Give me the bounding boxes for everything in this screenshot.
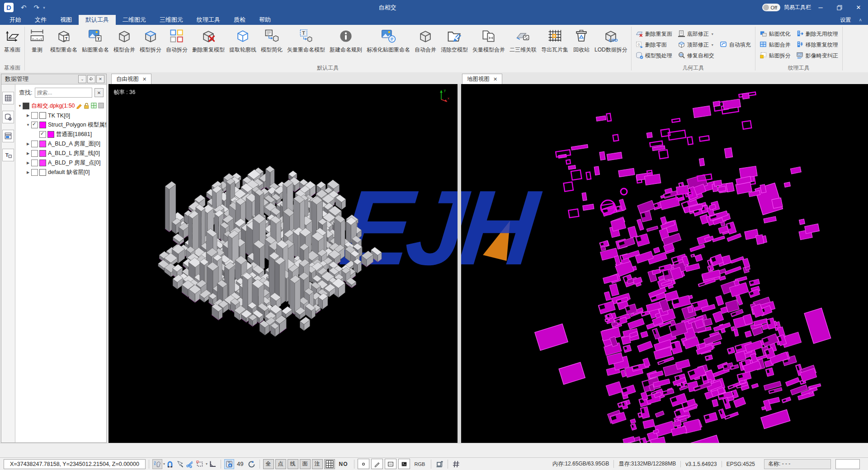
expand-arrow-icon[interactable]: ▶	[25, 113, 31, 118]
ribbon-button[interactable]: T矢量重命名模型	[285, 26, 327, 64]
clear-search-icon[interactable]: ✕	[94, 88, 104, 97]
tree-row[interactable]: ▶default 缺省层[0]	[15, 168, 106, 177]
ribbon-button[interactable]: 模型拆分	[137, 26, 164, 64]
autosave-icon[interactable]	[224, 459, 234, 469]
dropdown-caret-icon[interactable]: ▾	[712, 43, 713, 47]
layer-color-swatch[interactable]	[39, 160, 46, 166]
expand-arrow-icon[interactable]: ▶	[25, 142, 31, 146]
layer-color-swatch[interactable]	[47, 131, 54, 138]
text-annotation-icon[interactable]: T	[2, 149, 14, 161]
ribbon-button[interactable]: 标准化贴图重命名	[364, 26, 412, 64]
menu-tab-3[interactable]: 视图	[53, 15, 79, 25]
ribbon-button[interactable]: 回收站	[571, 26, 592, 64]
ribbon-small-button[interactable]: 自动填充	[720, 41, 751, 50]
coordinate-readout[interactable]: X=37438247.78158, Y=2345012.21504, Z=0.0…	[4, 459, 146, 469]
layer-color-swatch[interactable]	[23, 103, 29, 109]
ribbon-button[interactable]: 模型合并	[111, 26, 137, 64]
layer-color-swatch[interactable]	[39, 169, 46, 176]
tree-row[interactable]: 普通面[18681]	[15, 130, 106, 139]
database-settings-icon[interactable]	[2, 111, 14, 123]
snap-magnet-icon[interactable]	[165, 459, 175, 469]
snap-toggle-点[interactable]: 点	[275, 459, 286, 469]
ribbon-small-button[interactable]: 贴图合并	[760, 41, 791, 50]
map-footprints-canvas[interactable]	[461, 84, 868, 443]
minimize-button[interactable]: ─	[811, 0, 830, 15]
ribbon-button[interactable]: 清除空模型	[439, 26, 470, 64]
menu-tab-4[interactable]: 默认工具	[79, 15, 116, 25]
ribbon-button[interactable]: LODLOD数据拆分	[592, 26, 630, 64]
snap-toggle-线[interactable]: 线	[288, 459, 298, 469]
panel-dropdown-icon[interactable]: ⌄	[78, 75, 86, 83]
ribbon-button[interactable]: 删除重复模型	[190, 26, 227, 64]
expand-arrow-icon[interactable]: ▼	[25, 123, 31, 127]
app-logo-icon[interactable]: D	[4, 3, 14, 12]
menu-tab-9[interactable]: 帮助	[252, 15, 278, 25]
menu-tab-7[interactable]: 纹理工具	[190, 15, 227, 25]
layer-color-swatch[interactable]	[39, 150, 46, 157]
layer-checkbox[interactable]	[31, 141, 38, 147]
texture-display-button[interactable]	[398, 459, 410, 469]
quick-access-caret-icon[interactable]: ▾	[43, 5, 45, 10]
ribbon-small-button[interactable]: 模型预处理	[636, 52, 672, 61]
ribbon-button[interactable]: 基准面	[1, 26, 23, 64]
grid-hash-icon[interactable]	[451, 459, 461, 469]
ribbon-small-button[interactable]: 贴图拆分	[760, 52, 791, 61]
menu-tab-1[interactable]: 开始	[3, 15, 28, 25]
tab-close-icon[interactable]: ✕	[493, 76, 497, 82]
table-view-icon[interactable]	[2, 92, 14, 104]
layer-checkbox[interactable]	[31, 150, 38, 157]
redo-icon[interactable]: ↷	[34, 4, 40, 12]
simple-toolbar-toggle[interactable]: Off	[762, 4, 780, 11]
search-input[interactable]	[35, 88, 92, 98]
ribbon-small-button[interactable]: 修复自相交	[678, 52, 714, 61]
cut-scissors-icon[interactable]	[185, 459, 195, 469]
ribbon-button[interactable]: 模型简化	[259, 26, 285, 64]
snap-toggle-全[interactable]: 全	[263, 459, 274, 469]
tab-map-view[interactable]: 地图视图 ✕	[462, 74, 502, 84]
ribbon-button[interactable]: 导出瓦片集	[539, 26, 571, 64]
menu-tab-8[interactable]: 质检	[227, 15, 252, 25]
panel-close-icon[interactable]: ✕	[96, 75, 104, 83]
layer-checkbox[interactable]	[31, 160, 38, 166]
pick-arrow-icon[interactable]	[175, 459, 185, 469]
menu-tab-6[interactable]: 三维图元	[153, 15, 190, 25]
ribbon-small-button[interactable]: 移除重复纹理	[796, 41, 838, 50]
ribbon-small-button[interactable]: 删除无用纹理	[796, 30, 838, 39]
3d-city-canvas[interactable]	[108, 84, 458, 443]
snap-toggle-注[interactable]: 注	[312, 459, 323, 469]
snap-toggle-面[interactable]: 面	[300, 459, 311, 469]
layer-checkbox[interactable]	[31, 169, 38, 176]
layer-color-swatch[interactable]	[39, 112, 46, 119]
tree-row[interactable]: ▶A_BLD_L 房屋_线[0]	[15, 149, 106, 158]
layer-window-icon[interactable]	[2, 130, 14, 142]
ribbon-button[interactable]: T贴图重命名	[80, 26, 111, 64]
ribbon-small-button[interactable]: 顶部修正▾	[678, 41, 714, 50]
ribbon-button[interactable]: T模型重命名	[48, 26, 80, 64]
ribbon-small-button[interactable]: 影像畸变纠正	[796, 52, 838, 61]
layer-color-swatch[interactable]	[39, 122, 46, 128]
grid-green-icon[interactable]	[90, 102, 97, 110]
value-field[interactable]	[835, 459, 860, 469]
vertex-display-button[interactable]	[358, 459, 369, 469]
menu-tab-2[interactable]: 文件	[28, 15, 53, 25]
ribbon-small-button[interactable]: 贴图优化	[760, 30, 791, 39]
menu-tab-5[interactable]: 二维图元	[116, 15, 153, 25]
ribbon-button[interactable]: 量测	[26, 26, 48, 64]
selection-box-icon[interactable]	[195, 459, 205, 469]
move-handle-icon[interactable]	[434, 459, 444, 469]
restore-button[interactable]	[830, 0, 849, 15]
tree-row[interactable]: ▼Struct_Polygon 模型属性_	[15, 120, 106, 130]
ribbon-button[interactable]: 矢量模型合并	[470, 26, 507, 64]
tree-row[interactable]: ▶A_BLD_A 房屋_面[0]	[15, 139, 106, 149]
layer-color-swatch[interactable]	[39, 141, 46, 147]
expand-arrow-icon[interactable]: ▼	[17, 104, 23, 108]
wireframe-display-button[interactable]	[385, 459, 396, 469]
ribbon-button[interactable]: 自动合并	[412, 26, 439, 64]
ribbon-button[interactable]: 提取轮廓线	[227, 26, 259, 64]
edge-display-button[interactable]	[371, 459, 383, 469]
tree-row[interactable]: ▶A_BLD_P 房屋_点[0]	[15, 158, 106, 168]
spray-select-icon[interactable]	[152, 459, 162, 469]
tree-row[interactable]: ▼自相交.dpkg(1:50	[15, 101, 106, 111]
expand-arrow-icon[interactable]: ▶	[25, 170, 31, 174]
gray-swatch-icon[interactable]	[98, 102, 104, 110]
